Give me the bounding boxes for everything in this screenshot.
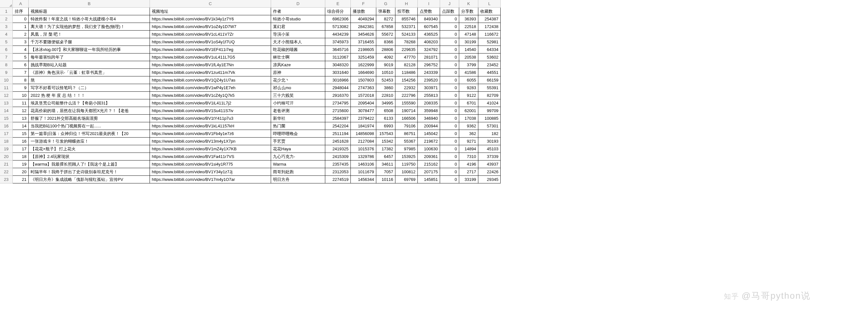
data-cell[interactable]: 2312053 (325, 168, 351, 176)
select-all-corner[interactable] (0, 0, 13, 8)
row-header[interactable]: 19 (0, 145, 13, 153)
data-cell[interactable]: 78268 (395, 38, 418, 46)
data-cell[interactable]: https://www.bilibili.com/video/BV1EF411i… (150, 46, 271, 54)
data-cell[interactable]: 1622999 (351, 61, 376, 69)
data-cell[interactable]: 九心巧克力- (271, 153, 325, 160)
data-cell[interactable]: 特效炸裂！年度之战！特效小哥大战建模小哥4 (29, 15, 150, 23)
row-header[interactable]: 1 (0, 8, 13, 15)
data-cell[interactable]: 9283 (459, 84, 478, 92)
data-cell[interactable]: 41586 (459, 69, 478, 76)
data-cell[interactable]: https://www.bilibili.com/video/BV1wP4y1E… (150, 84, 271, 92)
data-cell[interactable]: 2916370 (325, 92, 351, 99)
data-cell[interactable]: 4196 (459, 160, 478, 168)
row-header[interactable]: 21 (0, 160, 13, 168)
data-cell[interactable]: 9 (13, 84, 29, 92)
data-cell[interactable]: 15342 (376, 138, 395, 145)
data-cell[interactable]: 林壮士啊 (271, 54, 325, 61)
data-cell[interactable]: 2542204 (325, 122, 351, 130)
data-cell[interactable]: 29345 (478, 176, 501, 183)
data-cell[interactable]: 118486 (395, 69, 418, 76)
data-cell[interactable]: 2842381 (351, 23, 376, 31)
data-cell[interactable]: 44551 (478, 69, 501, 76)
data-cell[interactable]: https://www.bilibili.com/video/BV1tY411p… (150, 115, 271, 122)
data-cell[interactable]: 16 (13, 138, 29, 145)
data-cell[interactable]: https://www.bilibili.com/video/BV1uL411L… (150, 54, 271, 61)
data-cell[interactable]: 155590 (395, 99, 418, 107)
data-cell[interactable]: 原神 (271, 69, 325, 76)
data-cell[interactable]: https://www.bilibili.com/video/BV1Fb4y1e… (150, 130, 271, 138)
data-cell[interactable]: 9122 (459, 92, 478, 99)
data-cell[interactable]: 17038 (459, 115, 478, 122)
row-header[interactable]: 7 (0, 54, 13, 61)
data-cell[interactable]: 离大谱！为了实现他的梦想，我们变了脸色(物理)！ (29, 23, 150, 31)
data-cell[interactable]: 82128 (395, 61, 418, 69)
data-cell[interactable]: 47148 (459, 31, 478, 38)
row-header[interactable]: 12 (0, 92, 13, 99)
data-cell[interactable]: 2095404 (351, 99, 376, 107)
data-cell[interactable]: 千万不要随便锯桌子腿 (29, 38, 150, 46)
data-cell[interactable]: 3454626 (351, 31, 376, 38)
data-cell[interactable]: 18 (13, 153, 29, 160)
data-cell[interactable]: 22426 (478, 168, 501, 176)
data-cell[interactable]: 0 (440, 138, 459, 145)
data-cell[interactable]: 2584397 (325, 115, 351, 122)
data-cell[interactable]: 1011679 (351, 168, 376, 176)
data-cell[interactable]: 17382 (376, 145, 395, 153)
data-cell[interactable]: 手艺贾 (271, 138, 325, 145)
data-cell[interactable]: 45103 (478, 145, 501, 153)
data-cell[interactable]: 4 (13, 46, 29, 54)
data-cell[interactable]: 0 (440, 130, 459, 138)
data-cell[interactable]: 229635 (395, 46, 418, 54)
data-cell[interactable]: 55672 (376, 31, 395, 38)
header-cell[interactable]: 作者 (271, 8, 325, 15)
data-cell[interactable]: 挑战早期B站入站题 (29, 61, 150, 69)
data-cell[interactable]: 4049294 (351, 15, 376, 23)
data-cell[interactable]: 2127084 (351, 138, 376, 145)
data-cell[interactable]: 28806 (376, 46, 395, 54)
data-cell[interactable]: https://www.bilibili.com/video/BV1cL411V… (150, 31, 271, 38)
data-cell[interactable]: 6508 (376, 107, 395, 115)
data-cell[interactable]: 1015376 (351, 145, 376, 153)
data-cell[interactable]: 6 (13, 61, 29, 69)
data-cell[interactable]: 老爸评测 (271, 107, 325, 115)
data-cell[interactable]: 3716455 (351, 38, 376, 46)
data-cell[interactable]: 2 (13, 31, 29, 38)
data-cell[interactable]: https://www.bilibili.com/video/BV17m4y1O… (150, 176, 271, 183)
data-cell[interactable]: 第一篇章|日落：众神归位！书写2021最美的夜！【20 (29, 130, 150, 138)
header-cell[interactable]: 排序 (13, 8, 29, 15)
data-cell[interactable]: 67858 (376, 23, 395, 31)
data-cell[interactable]: https://www.bilibili.com/video/BV1si4y1R… (150, 160, 271, 168)
data-cell[interactable]: 特效小哥studio (271, 15, 325, 23)
row-header[interactable]: 11 (0, 84, 13, 92)
data-cell[interactable]: 69769 (395, 176, 418, 183)
data-cell[interactable]: 2022 热 梗 年 度 总 结 ！！！ (29, 92, 150, 99)
data-cell[interactable]: 8366 (376, 38, 395, 46)
column-header-E[interactable]: E (325, 0, 351, 8)
data-cell[interactable]: 3860 (376, 84, 395, 92)
row-header[interactable]: 13 (0, 99, 13, 107)
row-header[interactable]: 10 (0, 76, 13, 84)
data-cell[interactable]: 2274519 (325, 176, 351, 183)
data-cell[interactable]: 532371 (395, 23, 418, 31)
data-cell[interactable]: 6701 (459, 99, 478, 107)
data-cell[interactable]: 0 (440, 84, 459, 92)
row-header[interactable]: 16 (0, 122, 13, 130)
data-cell[interactable]: 凤凰，涅 槃 吧！ (29, 31, 150, 38)
data-cell[interactable]: 99709 (478, 107, 501, 115)
data-cell[interactable]: 6993 (376, 122, 395, 130)
data-cell[interactable]: 53602 (478, 54, 501, 61)
data-cell[interactable]: 34995 (376, 99, 395, 107)
data-cell[interactable]: 2717 (459, 168, 478, 176)
data-cell[interactable]: 52453 (376, 76, 395, 84)
data-cell[interactable]: Warma (271, 160, 325, 168)
data-cell[interactable]: 296752 (418, 61, 440, 69)
data-cell[interactable]: 281071 (418, 54, 440, 61)
data-cell[interactable]: 《明日方舟》集成战略「傀影与猩红孤钻」宣传PV (29, 176, 150, 183)
data-cell[interactable]: 14 (13, 122, 29, 130)
data-cell[interactable]: 0 (440, 31, 459, 38)
data-cell[interactable]: 119750 (395, 160, 418, 168)
data-cell[interactable]: 55367 (395, 138, 418, 145)
data-cell[interactable]: 34611 (376, 160, 395, 168)
spreadsheet-grid[interactable]: ABCDEFGHIJKL1排序视频标题视频地址作者综合得分播放数弹幕数投币数点赞… (0, 0, 868, 183)
column-header-G[interactable]: G (376, 0, 395, 8)
